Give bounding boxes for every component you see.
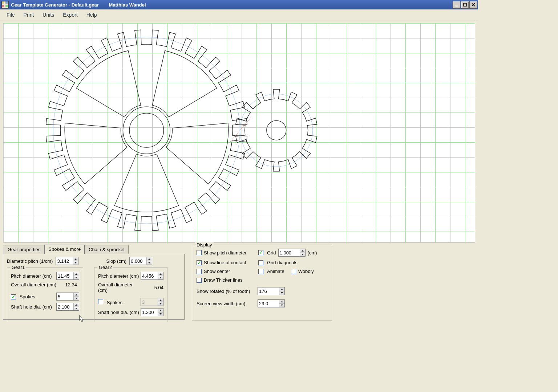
property-tabs: Gear properties Spokes & more Chain & sp… — [4, 245, 185, 254]
grid-unit: (cm) — [308, 250, 317, 256]
draw-thicker-lines-label: Draw Thicker lines — [204, 277, 243, 283]
maximize-button[interactable] — [461, 1, 469, 8]
display-legend: Display — [195, 242, 214, 248]
wobbly-label: Wobbly — [298, 269, 314, 274]
menu-help[interactable]: Help — [82, 11, 101, 19]
spin-up-icon[interactable] — [147, 257, 152, 261]
gear1-shaft-label: Shaft hole dia. (cm) — [11, 304, 56, 310]
spin-down-icon[interactable] — [147, 261, 152, 265]
show-line-of-contact-label: Show line of contact — [204, 260, 246, 265]
svg-point-3 — [240, 94, 313, 167]
gear2-pitch-label: Pitch diameter (cm) — [98, 273, 141, 279]
window-title-text: Gear Template Generator - Default.gear — [11, 2, 99, 8]
gear1-pitch-label: Pitch diameter (cm) — [11, 273, 56, 279]
show-center-label: Show center — [204, 269, 230, 274]
diametric-pitch-spinner[interactable] — [56, 257, 78, 265]
svg-point-4 — [267, 121, 286, 140]
gear2-spokes-label: Spokes — [107, 300, 122, 305]
gear2-group: Gear2 Pitch diameter (cm) Overall diamet… — [94, 267, 167, 322]
display-group: Display Show pitch diameter Grid (cm) — [192, 245, 332, 321]
gear-canvas[interactable] — [3, 23, 475, 242]
gear-drawing — [3, 23, 475, 242]
menu-units[interactable]: Units — [38, 11, 58, 19]
grid-diagonals-checkbox[interactable] — [258, 260, 263, 265]
gear2-legend: Gear2 — [97, 265, 113, 270]
svg-point-2 — [129, 113, 163, 147]
wobbly-checkbox[interactable] — [291, 269, 296, 274]
gear1-overall-value: 12.34 — [59, 282, 77, 287]
gear2-overall-value: 5.04 — [146, 285, 163, 290]
gear1-pitch-spinner[interactable] — [56, 272, 79, 280]
gear2-shaft-label: Shaft hole dia. (cm) — [98, 310, 141, 315]
tab-gear-properties[interactable]: Gear properties — [4, 245, 44, 254]
tab-body: Diametric pitch (1/cm) Slop (cm) Gear1 P… — [3, 254, 185, 320]
grid-spinner[interactable] — [278, 249, 306, 257]
grid-input[interactable] — [279, 249, 300, 256]
gear1-shaft-input[interactable] — [57, 303, 73, 310]
show-rotated-label: Show rotated (% of tooth) — [197, 289, 258, 294]
gear1-spokes-checkbox[interactable] — [11, 294, 16, 299]
spin-up-icon[interactable] — [73, 257, 78, 261]
slop-spinner[interactable] — [129, 257, 152, 265]
grid-diagonals-label: Grid diagonals — [267, 260, 298, 265]
grid-label: Grid — [267, 250, 276, 256]
slop-label: Slop (cm) — [106, 258, 126, 264]
tab-chain-sprocket[interactable]: Chain & sprocket — [85, 245, 129, 254]
svg-line-5 — [229, 118, 251, 143]
screen-view-width-label: Screen view width (cm) — [197, 301, 258, 306]
show-rotated-input[interactable] — [258, 287, 279, 295]
properties-panel: Gear properties Spokes & more Chain & sp… — [0, 242, 478, 325]
gear2-shaft-spinner[interactable] — [141, 308, 163, 316]
gear2-overall-label: Overall diameter (cm) — [98, 282, 143, 293]
gear1-spokes-label: Spokes — [20, 294, 35, 299]
gear1-group: Gear1 Pitch diameter (cm) Overall diamet… — [7, 267, 83, 322]
gear2-spokes-spinner[interactable] — [141, 298, 163, 306]
title-bar: Gear Template Generator - Default.gear M… — [0, 0, 478, 9]
grid-checkbox[interactable] — [258, 250, 263, 255]
gear1-spokes-spinner[interactable] — [56, 293, 79, 301]
gear1-spokes-input[interactable] — [57, 293, 73, 300]
minimize-button[interactable] — [453, 1, 461, 8]
diametric-pitch-input[interactable] — [56, 257, 73, 265]
menu-file[interactable]: File — [2, 11, 19, 19]
tab-spokes-more[interactable]: Spokes & more — [44, 245, 85, 254]
diametric-pitch-label: Diametric pitch (1/cm) — [7, 258, 53, 264]
slop-input[interactable] — [130, 257, 146, 265]
window-title: Gear Template Generator - Default.gear M… — [11, 2, 452, 8]
gear1-pitch-input[interactable] — [57, 272, 73, 279]
gear1-legend: Gear1 — [10, 265, 26, 270]
menu-export[interactable]: Export — [58, 11, 82, 19]
screen-view-width-spinner[interactable] — [258, 299, 285, 307]
minimize-icon — [455, 3, 458, 7]
show-line-of-contact-checkbox[interactable] — [197, 260, 202, 265]
app-icon — [1, 1, 9, 8]
svg-point-0 — [53, 37, 240, 224]
maximize-icon — [463, 3, 467, 7]
gear2-spokes-input — [141, 298, 158, 306]
gear1-shaft-spinner[interactable] — [56, 303, 79, 311]
show-pitch-diameter-label: Show pitch diameter — [204, 250, 247, 256]
spin-down-icon[interactable] — [73, 261, 78, 265]
window-author: Matthias Wandel — [109, 2, 146, 8]
screen-view-width-input[interactable] — [258, 300, 279, 307]
gear2-pitch-spinner[interactable] — [141, 272, 163, 280]
show-rotated-spinner[interactable] — [258, 287, 285, 295]
menu-bar: File Print Units Export Help — [0, 9, 478, 21]
animate-checkbox[interactable] — [258, 269, 263, 274]
svg-point-1 — [123, 107, 170, 154]
draw-thicker-lines-checkbox[interactable] — [197, 278, 202, 283]
show-pitch-diameter-checkbox[interactable] — [197, 250, 202, 255]
animate-label: Animate — [267, 269, 284, 274]
gear2-pitch-input[interactable] — [141, 272, 158, 279]
gear2-spokes-checkbox[interactable] — [98, 299, 103, 304]
close-icon — [472, 3, 475, 7]
close-button[interactable] — [469, 1, 477, 8]
show-center-checkbox[interactable] — [197, 269, 202, 274]
gear1-overall-label: Overall diameter (cm) — [11, 282, 57, 287]
gear2-shaft-input[interactable] — [141, 309, 158, 316]
menu-print[interactable]: Print — [19, 11, 39, 19]
